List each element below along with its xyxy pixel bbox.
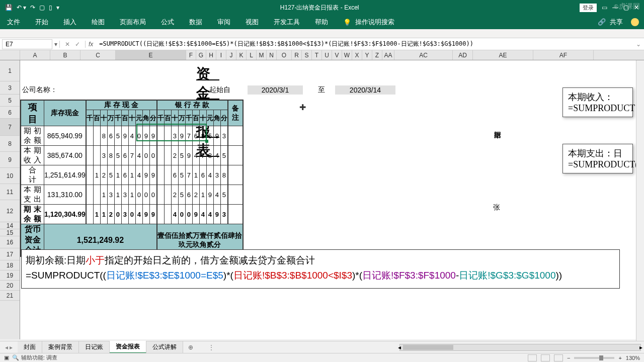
row-6[interactable]: 6 <box>0 107 20 119</box>
col-C[interactable]: C <box>80 50 116 60</box>
col-S[interactable]: S <box>302 50 312 60</box>
col-J[interactable]: J <box>226 50 236 60</box>
col-V[interactable]: V <box>332 50 342 60</box>
row-16[interactable]: 16 <box>0 236 20 248</box>
col-M[interactable]: M <box>257 50 267 60</box>
row-14[interactable]: 14 <box>0 222 20 229</box>
row-5[interactable]: 5 <box>0 95 20 107</box>
row-9[interactable]: 9 <box>0 152 20 168</box>
col-T[interactable]: T <box>312 50 322 60</box>
fill-handle[interactable] <box>205 140 208 143</box>
tab-formulas[interactable]: 公式 <box>159 16 176 29</box>
horizontal-scrollbar[interactable]: ◂ ▸ <box>399 344 641 351</box>
feedback-icon[interactable] <box>631 18 639 26</box>
col-I[interactable]: I <box>216 50 226 60</box>
name-box-dropdown-icon[interactable]: ▾ <box>54 41 59 48</box>
qat-icon[interactable]: ▢ <box>39 4 45 11</box>
tab-help[interactable]: 帮助 <box>313 16 330 29</box>
cancel-icon[interactable]: ✕ <box>65 41 70 48</box>
col-G[interactable]: G <box>196 50 206 60</box>
share-button[interactable]: 🔗 共享 <box>596 16 627 29</box>
ribbon-tabs: 文件 开始 插入 绘图 页面布局 公式 数据 审阅 视图 开发工具 帮助 💡 操… <box>0 15 644 29</box>
col-H[interactable]: H <box>206 50 216 60</box>
tab-data[interactable]: 数据 <box>187 16 204 29</box>
col-L[interactable]: L <box>247 50 257 60</box>
row-17[interactable]: 17 <box>0 248 20 260</box>
col-K[interactable]: K <box>236 50 247 60</box>
row-18[interactable]: 18 <box>0 260 20 270</box>
tab-layout[interactable]: 页面布局 <box>118 16 148 29</box>
row-20[interactable]: 20 <box>0 281 20 291</box>
sheet-tab-4[interactable]: 资金报表 <box>110 341 146 353</box>
zoom-level[interactable]: 130% <box>626 355 640 361</box>
ribbon-display-icon[interactable]: ▭ <box>602 4 607 11</box>
col-W[interactable]: W <box>342 50 352 60</box>
minimize-icon[interactable]: — <box>612 4 618 11</box>
row-8[interactable]: 8 <box>0 136 20 152</box>
col-AD[interactable]: AD <box>453 50 473 60</box>
col-X[interactable]: X <box>352 50 362 60</box>
fx-icon[interactable]: fx <box>86 41 96 48</box>
status-bar: ▣ 🔍 辅助功能: 调查 − + 130% <box>0 353 644 362</box>
sheet-tab-2[interactable]: 案例背景 <box>42 341 79 353</box>
tab-review[interactable]: 审阅 <box>215 16 232 29</box>
col-Z[interactable]: Z <box>372 50 382 60</box>
tab-nav[interactable]: ◂ ▸ <box>0 344 18 351</box>
row-21[interactable]: 21 <box>0 291 20 301</box>
select-all-button[interactable] <box>0 50 20 60</box>
undo-icon[interactable]: ↶ ▾ <box>17 4 26 11</box>
row-7[interactable]: 7 <box>0 119 20 136</box>
col-E[interactable]: E <box>116 50 186 60</box>
col-N[interactable]: N <box>267 50 277 60</box>
col-AE[interactable]: AE <box>473 50 533 60</box>
sheet-tab-3[interactable]: 日记账 <box>79 341 110 353</box>
col-AA[interactable]: AA <box>382 50 394 60</box>
row-19[interactable]: 19 <box>0 270 20 281</box>
row-11[interactable]: 11 <box>0 184 20 200</box>
zoom-out-icon[interactable]: − <box>567 355 570 361</box>
formula-input[interactable]: =SUMPRODUCT((日记账!$E$3:$E$1000=E$5)*(日记账!… <box>96 39 633 49</box>
row-12[interactable]: 12 <box>0 200 20 222</box>
record-macro-icon[interactable]: ▣ <box>4 354 9 361</box>
row-10[interactable]: 10 <box>0 168 20 184</box>
tab-home[interactable]: 开始 <box>33 16 50 29</box>
page-break-view-icon[interactable] <box>554 354 563 361</box>
close-icon[interactable]: ✕ <box>634 4 639 11</box>
enter-icon[interactable]: ✓ <box>75 41 80 48</box>
col-F[interactable]: F <box>186 50 196 60</box>
name-box[interactable]: E7 <box>2 39 52 49</box>
col-AF[interactable]: AF <box>533 50 594 60</box>
tab-view[interactable]: 视图 <box>244 16 261 29</box>
tab-insert[interactable]: 插入 <box>61 16 78 29</box>
row-15[interactable]: 15 <box>0 229 20 236</box>
maximize-icon[interactable]: ▢ <box>623 4 629 11</box>
zoom-slider[interactable] <box>574 357 614 359</box>
add-sheet-icon[interactable]: ⊕ <box>183 344 198 351</box>
tab-draw[interactable]: 绘图 <box>90 16 107 29</box>
normal-view-icon[interactable] <box>528 354 537 361</box>
col-AC[interactable]: AC <box>394 50 453 60</box>
vertical-scrollbar[interactable] <box>636 60 644 341</box>
col-U[interactable]: U <box>322 50 332 60</box>
row-1[interactable]: 1 <box>0 60 20 81</box>
tell-me[interactable]: 💡 操作说明搜索 <box>341 14 398 31</box>
worksheet-cells[interactable]: 资金日报表 公司名称： 起始自 2020/3/1 至 2020/3/14 项 目… <box>20 60 644 339</box>
col-Y[interactable]: Y <box>362 50 372 60</box>
formula-expand-icon[interactable]: ⌄ <box>633 41 644 48</box>
col-R[interactable]: R <box>292 50 302 60</box>
qat-icon-2[interactable]: ▯ <box>49 4 52 11</box>
col-B[interactable]: B <box>50 50 80 60</box>
redo-icon[interactable]: ↷ <box>30 4 35 11</box>
save-icon[interactable]: 💾 <box>5 4 13 11</box>
row-3[interactable]: 3 <box>0 81 20 95</box>
tab-file[interactable]: 文件 <box>5 16 22 29</box>
zoom-in-icon[interactable]: + <box>618 355 621 361</box>
page-layout-view-icon[interactable] <box>541 354 550 361</box>
sheet-tab-5[interactable]: 公式讲解 <box>146 341 183 353</box>
tab-dev[interactable]: 开发工具 <box>272 16 302 29</box>
qat-more-icon[interactable]: ▾ <box>56 4 59 11</box>
col-A[interactable]: A <box>20 50 50 60</box>
col-O[interactable]: O <box>277 50 292 60</box>
sheet-tab-1[interactable]: 封面 <box>18 341 42 353</box>
login-button[interactable]: 登录 <box>580 4 597 12</box>
